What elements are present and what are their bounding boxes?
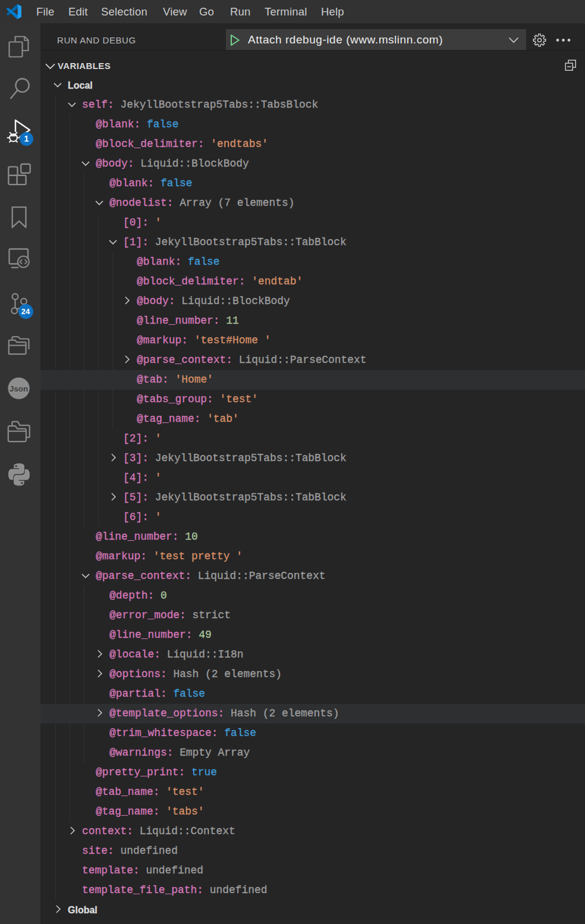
svg-text:Json: Json: [10, 384, 29, 393]
